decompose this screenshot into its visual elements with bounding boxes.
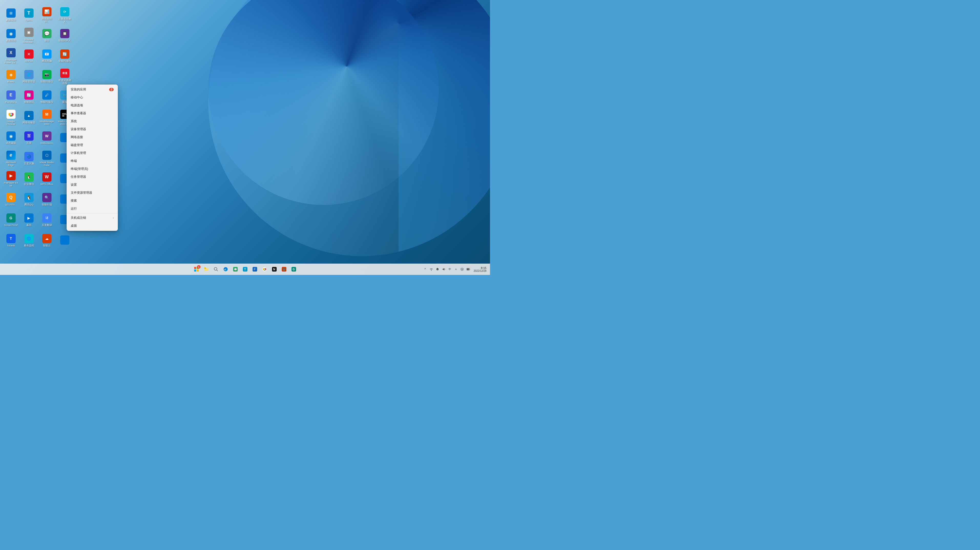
desktop-icon-4[interactable]: ⟳ 注册表转换人 [56,5,73,25]
desktop-icon-xmanager[interactable]: X Xmanager Power Sol... [3,46,19,66]
desktop-icon-youdao[interactable]: 有道 有道词典精选版 [56,67,73,87]
desktop-icon-30[interactable]: 🔵 百度大脑 [21,149,37,168]
desktop-icon-26[interactable]: 百 百度 [21,128,37,148]
icon-qcusto-img: Q [6,193,16,202]
desktop-icon-25[interactable]: ◉ 动态磁贴 [3,128,19,148]
menu-item-terminal-admin-label: 终端(管理员) [71,167,88,171]
desktop-icon-msedge[interactable]: e Microsoft Edge [3,149,19,168]
desktop-icon-wps[interactable]: W WPS Office [38,169,55,189]
menu-item-power-options[interactable]: 电源选项 [67,102,118,110]
desktop-icon-46[interactable]: 🌀 幕布远程 [21,230,37,251]
taskbar-search[interactable] [211,265,221,274]
svg-point-17 [431,270,431,271]
menu-item-file-explorer[interactable]: 文件资源管理器 [67,189,118,197]
icon-qq-img: 🐧 [24,193,33,202]
taskbar-typora[interactable]: T [240,265,250,274]
desktop-icon-18[interactable]: 🔄 智能转码 [21,87,37,107]
taskbar-notion[interactable]: N [270,265,279,274]
tray-backup[interactable] [459,266,465,272]
desktop-icon-wechat[interactable]: 💬 微信 [38,25,55,46]
icon-47-label: 智能云 [43,244,51,247]
tray-ime[interactable]: A [453,266,459,272]
desktop-icon-12[interactable]: 📧 腾讯电脑 [38,46,55,66]
menu-item-shutdown[interactable]: 关机或注销 › [67,214,118,222]
icon-48-img [60,235,69,245]
tray-language[interactable]: 中 [447,266,453,272]
menu-item-event-viewer[interactable]: 事件查看器 [67,110,118,117]
desktop-icon-potplayer[interactable]: ▶ PotPlayer 64 bit [3,169,19,189]
taskbar-datetime[interactable]: 8:15 2022/12/28 [472,266,488,273]
tray-network[interactable] [428,266,434,272]
icon-42-img: ▶ [24,213,33,223]
desktop-icon-43[interactable]: 译 百度翻译 [38,210,55,230]
desktop-icon-chrome[interactable]: Google Chrome [3,108,19,127]
desktop-icon-8[interactable]: 🔲 智能转码人 [56,25,73,46]
menu-item-settings-label: 设置 [71,183,77,187]
desktop-icon-3[interactable]: 📊 网格斯转码... [38,5,55,25]
desktop-icon-drawio[interactable]: ◈ drawio [3,67,19,87]
icon-todesk-img: T [6,234,16,243]
desktop-icon-16[interactable]: 📷 智能扫描仪 [38,67,55,87]
menu-item-settings[interactable]: 设置 [67,181,118,189]
icon-everything-img: E [6,91,16,100]
desktop-icon-27[interactable]: W WebsXterm [38,128,55,148]
desktop-icon-13[interactable]: 🔄 全能扫描仪 [56,46,73,66]
taskbar-wechat[interactable]: 💬 [231,265,240,274]
menu-item-mobile-center[interactable]: 移动中心 [67,94,118,102]
desktop-icon-typora[interactable]: T Typora [21,5,37,25]
menu-item-device-manager[interactable]: 设备管理器 [67,125,118,133]
tray-notification[interactable] [435,266,440,272]
desktop-icon-todesk[interactable]: T ToDesk [3,230,19,251]
desktop-icon-5[interactable]: ◉ 桌面应用 [3,25,19,46]
menu-item-task-manager[interactable]: 任务管理器 [67,173,118,181]
desktop-icon-42[interactable]: ▶ 幕布 [21,210,37,230]
menu-item-desktop[interactable]: 桌面 [67,222,118,230]
tray-battery[interactable] [465,266,471,272]
taskbar-file-explorer[interactable] [202,265,211,274]
desktop-icon-qq[interactable]: 🐧 腾讯QQ [21,189,37,210]
desktop-icon-mindmanager[interactable]: M MindManage 2020 [38,108,55,127]
desktop-icon-screentogif[interactable]: G ScreenToGif [3,210,19,230]
icon-wechat-label: 微信 [44,39,49,42]
icon-8-label: 智能转码人 [59,39,71,42]
menu-item-disk-management[interactable]: 磁盘管理 [67,141,118,149]
icon-vscode-label: Visual Studio Code [40,161,54,167]
desktop-icon-everything[interactable]: E Everything [3,87,19,107]
taskbar-start-button[interactable]: 1 [192,265,201,274]
menu-item-computer-management-label: 计算机管理 [71,151,86,155]
taskbar-bear[interactable]: 🐻 [280,265,289,274]
icon-qcusto-label: QCUSTo... [5,203,17,206]
taskbar-edge[interactable]: e [221,265,230,274]
menu-item-computer-management[interactable]: 计算机管理 [67,149,118,157]
desktop-icon-xfind[interactable]: ✕ XinFind [21,46,37,66]
icon-43-img: 译 [42,213,51,223]
menu-item-run[interactable]: 运行 [67,205,118,213]
icon-screentogif-img: G [6,213,16,223]
menu-item-terminal-admin[interactable]: 终端(管理员) [67,165,118,173]
desktop-icon-39[interactable]: 🔍 智能扫描 [38,189,55,210]
menu-item-system[interactable]: 系统 [67,117,118,125]
desktop-icon-48[interactable] [56,230,73,251]
desktop-icon-47[interactable]: ☁ 智能云 [38,230,55,251]
desktop-icon-vmware[interactable]: ▣ VMware Workstati... [21,25,37,46]
context-menu-divider [67,213,118,213]
icon-30-img: 🔵 [24,152,33,161]
svg-point-19 [461,269,463,270]
tray-volume[interactable] [441,266,447,272]
icon-19-img: 🖊 [42,91,51,100]
desktop-icon-vscode[interactable]: ⬡ Visual Studio Code [38,149,55,168]
menu-item-terminal[interactable]: 终端 [67,157,118,165]
desktop-icon-1[interactable]: ⊞ 桌面应用 [3,5,19,25]
tray-chevron[interactable]: ^ [422,266,428,272]
desktop-icon-15[interactable]: 🌐 网络管理器 [21,67,37,87]
desktop-icon-22[interactable]: ▲ 网络传输器 [21,108,37,127]
taskbar-foxmail[interactable]: F [250,265,259,274]
menu-item-installed-apps[interactable]: 安装的应用 2 [67,86,118,94]
desktop-icon-19[interactable]: 🖊 智能扫描仪 [38,87,55,107]
menu-item-search[interactable]: 搜索 [67,197,118,205]
menu-item-network-connection[interactable]: 网络连接 [67,133,118,141]
desktop-icon-qywechat[interactable]: 🐧 企业微信 [21,169,37,189]
taskbar-green-app[interactable]: G [289,265,298,274]
taskbar-chrome[interactable] [260,265,269,274]
desktop-icon-qcusto[interactable]: Q QCUSTo... [3,189,19,210]
